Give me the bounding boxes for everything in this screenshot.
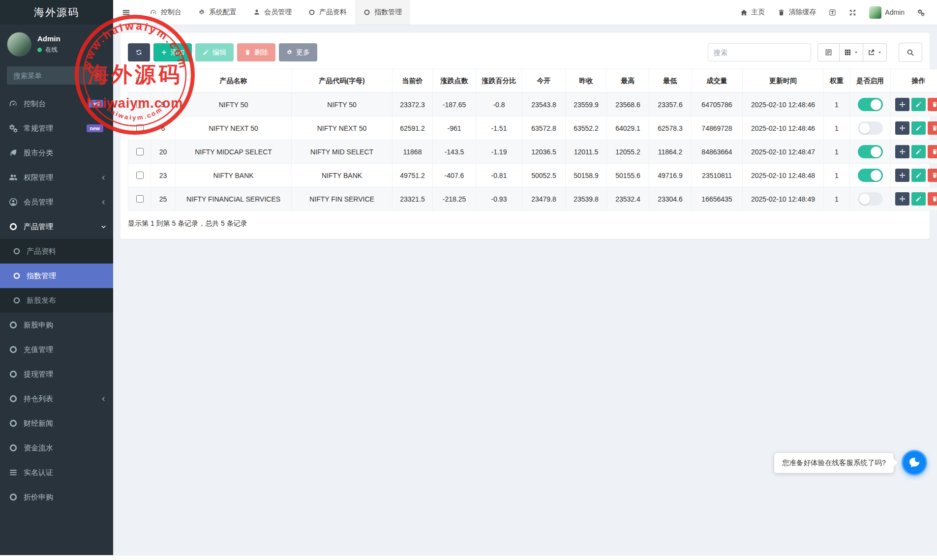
enable-toggle[interactable] bbox=[858, 145, 883, 158]
cell-prev: 12011.5 bbox=[566, 140, 607, 164]
sidebar-item-product[interactable]: 产品管理 bbox=[0, 214, 113, 239]
tab-product-info[interactable]: 产品资料 bbox=[300, 0, 355, 25]
horizontal-scrollbar[interactable] bbox=[0, 555, 937, 560]
navbar-right: 主页清除缓存Admin bbox=[734, 0, 937, 25]
header-pct: 涨跌百分比 bbox=[476, 69, 522, 93]
navbar-settings[interactable] bbox=[911, 0, 931, 25]
edit-row-button[interactable] bbox=[911, 192, 926, 206]
header-weight: 权重 bbox=[824, 69, 850, 93]
more-button[interactable]: 更多 bbox=[279, 43, 317, 61]
search-button[interactable] bbox=[899, 43, 922, 62]
sidebar-item-general[interactable]: 常规管理new bbox=[0, 116, 113, 141]
sidebar-item-console[interactable]: 控制台hot bbox=[0, 91, 113, 116]
cell-id: 5 bbox=[151, 93, 176, 117]
table-search-input[interactable] bbox=[708, 43, 811, 61]
row-checkbox[interactable] bbox=[136, 124, 144, 132]
delete-button[interactable]: 删除 bbox=[237, 43, 275, 61]
move-button[interactable] bbox=[895, 169, 909, 182]
cell-low: 23357.6 bbox=[649, 93, 692, 117]
sidebar-item-permission[interactable]: 权限管理 bbox=[0, 165, 113, 190]
sidebar-item-member[interactable]: 会员管理 bbox=[0, 190, 113, 214]
edit-row-button[interactable] bbox=[911, 169, 926, 182]
delete-row-button[interactable] bbox=[928, 121, 937, 135]
sidebar-item-realname-auth[interactable]: 实名认证 bbox=[0, 460, 113, 485]
sidebar-item-recharge[interactable]: 充值管理 bbox=[0, 337, 113, 362]
tab-member[interactable]: 会员管理 bbox=[245, 0, 300, 25]
sidebar-item-ipo-subscribe[interactable]: 新股申购 bbox=[0, 313, 113, 337]
row-checkbox[interactable] bbox=[136, 172, 144, 179]
edit-row-button[interactable] bbox=[911, 145, 926, 158]
cell-pct: -1.19 bbox=[476, 140, 522, 164]
export-button[interactable] bbox=[863, 43, 887, 61]
delete-row-button[interactable] bbox=[928, 145, 937, 158]
tab-system-config[interactable]: 系统配置 bbox=[190, 0, 245, 25]
sidebar-search-input[interactable] bbox=[12, 71, 90, 80]
content-area: 添加编辑删除更多 产品名称产品代码(字母)当前价涨跌点数涨跌百分比今开昨收最高最… bbox=[113, 25, 937, 560]
pencil-icon bbox=[915, 196, 922, 202]
edit-button[interactable]: 编辑 bbox=[195, 43, 234, 61]
header-code: 产品代码(字母) bbox=[292, 69, 393, 93]
navbar-profile[interactable]: Admin bbox=[863, 0, 911, 25]
navbar-home[interactable]: 主页 bbox=[734, 0, 771, 25]
sidebar-item-fund-flow[interactable]: 资金流水 bbox=[0, 436, 113, 460]
refresh-icon bbox=[136, 49, 142, 56]
header-updated: 更新时间 bbox=[743, 69, 824, 93]
pencil-icon bbox=[915, 101, 922, 108]
chat-button[interactable] bbox=[902, 450, 927, 475]
row-checkbox[interactable] bbox=[136, 195, 144, 203]
cell-enabled bbox=[850, 117, 891, 140]
enable-toggle[interactable] bbox=[858, 98, 883, 111]
header-prev: 昨收 bbox=[566, 69, 607, 93]
sidebar-item-product-info[interactable]: 产品资料 bbox=[0, 239, 113, 264]
menu-toggle[interactable] bbox=[113, 0, 139, 25]
header-low: 最低 bbox=[649, 69, 692, 93]
cell-prev: 23559.9 bbox=[566, 93, 607, 117]
enable-toggle[interactable] bbox=[858, 121, 883, 135]
navbar-item-label: Admin bbox=[885, 8, 905, 16]
cell-id: 23 bbox=[151, 164, 176, 187]
sidebar-item-ipo-publish[interactable]: 新股发布 bbox=[0, 288, 113, 313]
move-button[interactable] bbox=[895, 192, 909, 206]
cell-code: NIFTY NEXT 50 bbox=[292, 117, 393, 140]
sidebar-item-withdraw[interactable]: 提现管理 bbox=[0, 362, 113, 386]
sidebar-item-position-list[interactable]: 持仓列表 bbox=[0, 386, 113, 411]
delete-row-button[interactable] bbox=[928, 192, 937, 206]
delete-row-button[interactable] bbox=[928, 169, 937, 182]
navbar-clear-cache[interactable]: 清除缓存 bbox=[771, 0, 822, 25]
users-icon bbox=[9, 173, 18, 182]
move-button[interactable] bbox=[895, 121, 909, 135]
gears-icon bbox=[9, 124, 18, 133]
sidebar-item-discount-subscribe[interactable]: 折价申购 bbox=[0, 485, 113, 509]
cell-price: 23372.3 bbox=[393, 93, 433, 117]
navbar-fullscreen[interactable] bbox=[843, 0, 863, 25]
refresh-button[interactable] bbox=[128, 43, 150, 61]
column-select-button[interactable] bbox=[839, 43, 863, 61]
pencil-icon bbox=[915, 172, 922, 178]
add-button[interactable]: 添加 bbox=[153, 43, 192, 61]
sidebar-item-finance-news[interactable]: 财经新闻 bbox=[0, 411, 113, 436]
sidebar-item-market-category[interactable]: 股市分类 bbox=[0, 141, 113, 165]
sidebar-item-index-manage[interactable]: 指数管理 bbox=[0, 264, 113, 288]
move-button[interactable] bbox=[895, 145, 909, 158]
tab-console[interactable]: 控制台 bbox=[142, 0, 190, 25]
tab-index-manage[interactable]: 指数管理 bbox=[355, 0, 410, 25]
move-button[interactable] bbox=[895, 98, 909, 111]
sidebar-item-label: 提现管理 bbox=[24, 370, 53, 379]
toggle-knob bbox=[871, 147, 881, 157]
row-checkbox[interactable] bbox=[136, 101, 144, 108]
avatar[interactable] bbox=[7, 32, 31, 57]
select-all-checkbox[interactable] bbox=[136, 77, 144, 85]
detail-view-button[interactable] bbox=[817, 43, 840, 61]
app-logo[interactable]: 海外源码 bbox=[0, 0, 113, 25]
enable-toggle[interactable] bbox=[858, 192, 883, 206]
record-summary: 显示第 1 到第 5 条记录，总共 5 条记录 bbox=[128, 219, 922, 228]
move-icon bbox=[899, 148, 906, 155]
delete-row-button[interactable] bbox=[928, 98, 937, 111]
pencil-icon bbox=[915, 148, 922, 155]
enable-toggle[interactable] bbox=[858, 169, 883, 182]
row-checkbox[interactable] bbox=[136, 148, 144, 155]
navbar-language[interactable] bbox=[822, 0, 843, 25]
edit-row-button[interactable] bbox=[911, 121, 926, 135]
edit-row-button[interactable] bbox=[911, 98, 926, 111]
cell-code: NIFTY MID SELECT bbox=[292, 140, 393, 164]
